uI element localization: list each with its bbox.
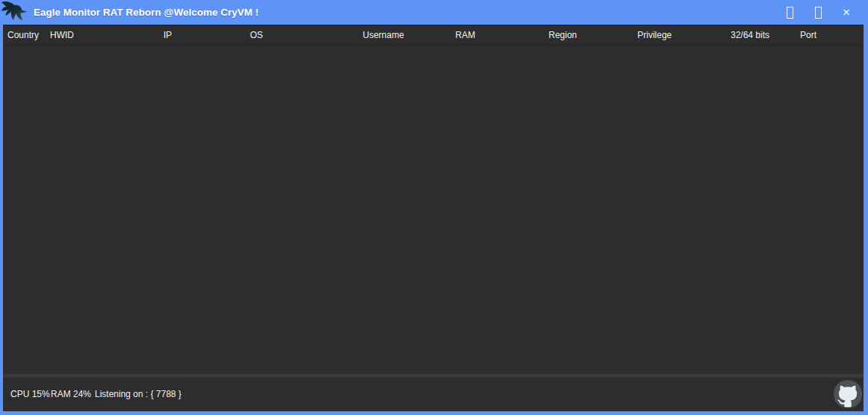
client-table-header: CountryHWIDIPOSUsernameRAMRegionPrivileg… [3,25,864,46]
github-icon[interactable] [834,380,862,408]
maximize-icon [815,7,822,19]
column-header-privilege[interactable]: Privilege [637,25,672,46]
column-header-ip[interactable]: IP [163,25,172,46]
close-button[interactable]: × [832,0,861,25]
close-icon: × [843,6,850,19]
statusbar: CPU 15% RAM 24% Listening on : { 7788 } [3,378,864,411]
minimize-button[interactable] [775,0,804,25]
titlebar: Eagle Monitor RAT Reborn @Welcome CryVM … [0,0,868,25]
client-list-panel: CountryHWIDIPOSUsernameRAMRegionPrivileg… [3,25,864,411]
column-header-port[interactable]: Port [800,25,817,46]
column-header-region[interactable]: Region [549,25,577,46]
column-header-username[interactable]: Username [363,25,404,46]
client-table-body[interactable] [3,46,864,378]
ram-usage-label: RAM 24% [51,378,91,411]
column-header-hwid[interactable]: HWID [50,25,74,46]
column-header-os[interactable]: OS [250,25,263,46]
minimize-icon [787,7,793,19]
window-title: Eagle Monitor RAT Reborn @Welcome CryVM … [34,0,258,25]
column-header-country[interactable]: Country [7,25,39,46]
cpu-usage-label: CPU 15% [10,378,50,411]
column-header-ram[interactable]: RAM [455,25,475,46]
window-controls: × [775,0,861,25]
column-header-32-64-bits[interactable]: 32/64 bits [731,25,769,46]
listening-port-label: Listening on : { 7788 } [95,378,181,411]
eagle-logo-icon [1,0,29,25]
maximize-button[interactable] [804,0,832,25]
